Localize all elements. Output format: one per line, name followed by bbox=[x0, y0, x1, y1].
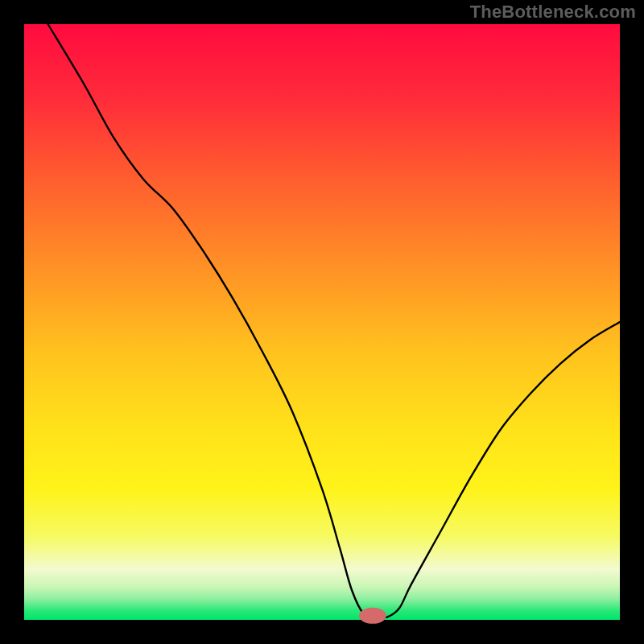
chart-svg bbox=[0, 0, 644, 644]
bottleneck-curve bbox=[48, 24, 620, 617]
chart-frame: TheBottleneck.com bbox=[0, 0, 644, 644]
optimum-marker bbox=[359, 608, 386, 624]
